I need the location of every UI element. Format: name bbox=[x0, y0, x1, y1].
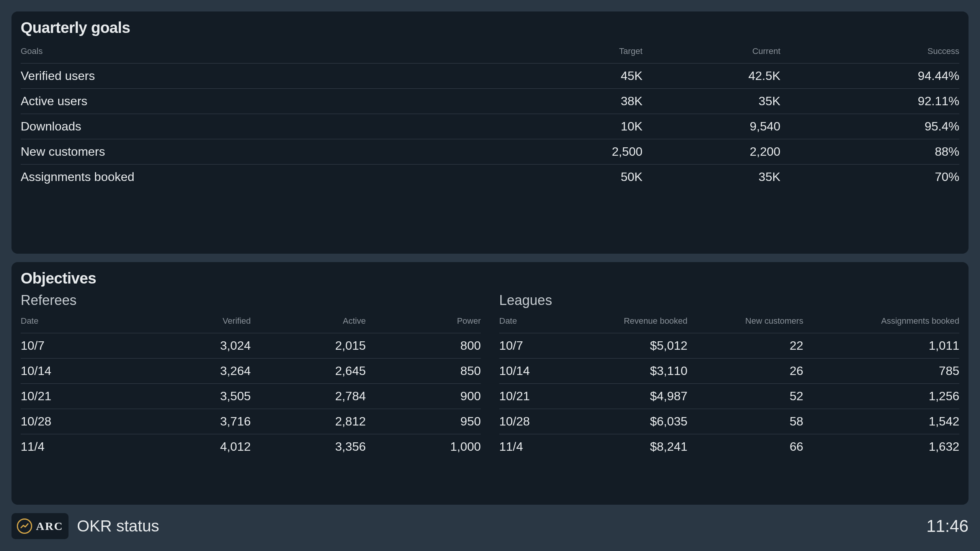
cell-date: 10/28 bbox=[499, 409, 560, 434]
table-row: 11/4 $8,241 66 1,632 bbox=[499, 434, 959, 460]
table-header-row: Date Verified Active Power bbox=[21, 311, 481, 333]
cell-current: 2,200 bbox=[642, 139, 780, 165]
quarterly-goals-table: Goals Target Current Success Verified us… bbox=[21, 42, 959, 189]
cell-assignments: 1,542 bbox=[803, 409, 959, 434]
cell-assignments: 1,011 bbox=[803, 333, 959, 359]
table-row: Active users 38K 35K 92.11% bbox=[21, 89, 959, 114]
referees-section: Referees Date Verified Active Power 10/7… bbox=[21, 292, 481, 459]
header-current: Current bbox=[642, 42, 780, 64]
header-verified: Verified bbox=[136, 311, 251, 333]
table-row: 10/14 $3,110 26 785 bbox=[499, 359, 959, 384]
leagues-section: Leagues Date Revenue booked New customer… bbox=[499, 292, 959, 459]
logo-text: ARC bbox=[36, 520, 63, 533]
table-header-row: Date Revenue booked New customers Assign… bbox=[499, 311, 959, 333]
table-row: Assignments booked 50K 35K 70% bbox=[21, 165, 959, 190]
quarterly-goals-card: Quarterly goals Goals Target Current Suc… bbox=[11, 11, 969, 254]
cell-power: 850 bbox=[366, 359, 481, 384]
table-row: 10/28 3,716 2,812 950 bbox=[21, 409, 481, 434]
cell-date: 11/4 bbox=[21, 434, 136, 460]
cell-date: 10/21 bbox=[21, 384, 136, 409]
cell-target: 2,500 bbox=[510, 139, 642, 165]
table-row: 10/7 $5,012 22 1,011 bbox=[499, 333, 959, 359]
table-row: 10/21 3,505 2,784 900 bbox=[21, 384, 481, 409]
cell-new-customers: 22 bbox=[688, 333, 804, 359]
cell-new-customers: 66 bbox=[688, 434, 804, 460]
cell-goal: Active users bbox=[21, 89, 510, 114]
footer-left: ARC OKR status bbox=[11, 513, 159, 539]
cell-active: 3,356 bbox=[251, 434, 366, 460]
cell-power: 900 bbox=[366, 384, 481, 409]
cell-active: 2,784 bbox=[251, 384, 366, 409]
header-goals: Goals bbox=[21, 42, 510, 64]
cell-verified: 3,505 bbox=[136, 384, 251, 409]
cell-verified: 3,716 bbox=[136, 409, 251, 434]
table-row: Verified users 45K 42.5K 94.44% bbox=[21, 64, 959, 89]
cell-date: 11/4 bbox=[499, 434, 560, 460]
table-row: 11/4 4,012 3,356 1,000 bbox=[21, 434, 481, 460]
cell-new-customers: 26 bbox=[688, 359, 804, 384]
table-header-row: Goals Target Current Success bbox=[21, 42, 959, 64]
cell-goal: Downloads bbox=[21, 114, 510, 139]
objectives-card: Objectives Referees Date Verified Active… bbox=[11, 262, 969, 504]
cell-date: 10/21 bbox=[499, 384, 560, 409]
footer-bar: ARC OKR status 11:46 bbox=[11, 513, 969, 540]
header-date: Date bbox=[499, 311, 560, 333]
cell-revenue: $4,987 bbox=[560, 384, 688, 409]
table-row: Downloads 10K 9,540 95.4% bbox=[21, 114, 959, 139]
header-revenue: Revenue booked bbox=[560, 311, 688, 333]
cell-revenue: $5,012 bbox=[560, 333, 688, 359]
cell-active: 2,645 bbox=[251, 359, 366, 384]
cell-revenue: $3,110 bbox=[560, 359, 688, 384]
cell-date: 10/28 bbox=[21, 409, 136, 434]
cell-date: 10/7 bbox=[21, 333, 136, 359]
header-success: Success bbox=[781, 42, 959, 64]
table-row: 10/14 3,264 2,645 850 bbox=[21, 359, 481, 384]
cell-success: 92.11% bbox=[781, 89, 959, 114]
quarterly-goals-title: Quarterly goals bbox=[21, 19, 959, 36]
cell-current: 35K bbox=[642, 89, 780, 114]
cell-success: 88% bbox=[781, 139, 959, 165]
cell-assignments: 785 bbox=[803, 359, 959, 384]
cell-power: 950 bbox=[366, 409, 481, 434]
clock-time: 11:46 bbox=[926, 517, 969, 536]
cell-target: 50K bbox=[510, 165, 642, 190]
cell-goal: Assignments booked bbox=[21, 165, 510, 190]
referees-table: Date Verified Active Power 10/7 3,024 2,… bbox=[21, 311, 481, 459]
table-row: 10/7 3,024 2,015 800 bbox=[21, 333, 481, 359]
cell-revenue: $8,241 bbox=[560, 434, 688, 460]
header-target: Target bbox=[510, 42, 642, 64]
cell-assignments: 1,256 bbox=[803, 384, 959, 409]
cell-power: 1,000 bbox=[366, 434, 481, 460]
cell-target: 38K bbox=[510, 89, 642, 114]
cell-active: 2,812 bbox=[251, 409, 366, 434]
cell-verified: 4,012 bbox=[136, 434, 251, 460]
table-row: New customers 2,500 2,200 88% bbox=[21, 139, 959, 165]
cell-current: 42.5K bbox=[642, 64, 780, 89]
leagues-title: Leagues bbox=[499, 292, 959, 308]
cell-verified: 3,024 bbox=[136, 333, 251, 359]
cell-current: 9,540 bbox=[642, 114, 780, 139]
cell-date: 10/14 bbox=[499, 359, 560, 384]
header-date: Date bbox=[21, 311, 136, 333]
cell-date: 10/14 bbox=[21, 359, 136, 384]
cell-power: 800 bbox=[366, 333, 481, 359]
page-title: OKR status bbox=[77, 517, 159, 535]
cell-success: 70% bbox=[781, 165, 959, 190]
cell-goal: Verified users bbox=[21, 64, 510, 89]
header-power: Power bbox=[366, 311, 481, 333]
cell-target: 45K bbox=[510, 64, 642, 89]
cell-success: 94.44% bbox=[781, 64, 959, 89]
cell-target: 10K bbox=[510, 114, 642, 139]
referees-title: Referees bbox=[21, 292, 481, 308]
cell-verified: 3,264 bbox=[136, 359, 251, 384]
logo-badge: ARC bbox=[11, 513, 69, 539]
cell-assignments: 1,632 bbox=[803, 434, 959, 460]
table-row: 10/21 $4,987 52 1,256 bbox=[499, 384, 959, 409]
header-new-customers: New customers bbox=[688, 311, 804, 333]
cell-success: 95.4% bbox=[781, 114, 959, 139]
cell-active: 2,015 bbox=[251, 333, 366, 359]
logo-icon bbox=[17, 518, 32, 534]
cell-new-customers: 52 bbox=[688, 384, 804, 409]
table-row: 10/28 $6,035 58 1,542 bbox=[499, 409, 959, 434]
cell-date: 10/7 bbox=[499, 333, 560, 359]
